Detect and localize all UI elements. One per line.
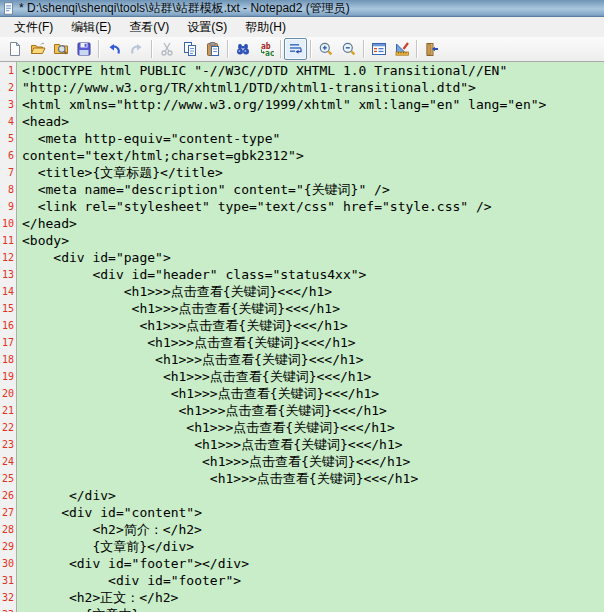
editor-line[interactable]: 17 <h1>>>点击查看{关键词}<<</h1> bbox=[0, 334, 604, 351]
code-text[interactable]: <h1>>>点击查看{关键词}<<</h1> bbox=[17, 453, 410, 470]
menu-settings[interactable]: 设置(S) bbox=[178, 17, 236, 38]
customize-schemes-button[interactable] bbox=[390, 38, 413, 60]
editor-line[interactable]: 27 <div id="content"> bbox=[0, 504, 604, 521]
editor-line[interactable]: 19 <h1>>>点击查看{关键词}<<</h1> bbox=[0, 368, 604, 385]
code-text[interactable]: <title>{文章标题}</title> bbox=[17, 164, 223, 181]
editor-line[interactable]: 30 <div id="footer"></div> bbox=[0, 555, 604, 572]
editor-line[interactable]: 3<html xmlns="http://www.w3.org/1999/xht… bbox=[0, 96, 604, 113]
title-bar[interactable]: * D:\shenqi\shenqi\tools\站群\站群模板.txt - N… bbox=[0, 0, 604, 17]
code-text[interactable]: content="text/html;charset=gbk2312"> bbox=[17, 147, 304, 164]
editor-line[interactable]: 31 <div id="footer"> bbox=[0, 572, 604, 589]
code-text[interactable]: </head> bbox=[17, 215, 77, 232]
line-number: 15 bbox=[0, 300, 17, 317]
code-text[interactable]: <div id="footer"> bbox=[17, 572, 241, 589]
line-number: 8 bbox=[0, 181, 17, 198]
editor-line[interactable]: 8 <meta name="description" content="{关键词… bbox=[0, 181, 604, 198]
menu-help[interactable]: 帮助(H) bbox=[236, 17, 295, 38]
code-text[interactable]: <head> bbox=[17, 113, 69, 130]
editor-line[interactable]: 5 <meta http-equiv="content-type" bbox=[0, 130, 604, 147]
code-text[interactable]: <html xmlns="http://www.w3.org/1999/xhtm… bbox=[17, 96, 546, 113]
code-text[interactable]: <body> bbox=[17, 232, 69, 249]
find-button[interactable] bbox=[231, 38, 254, 60]
exit-button[interactable] bbox=[420, 38, 443, 60]
code-text[interactable]: <div id="content"> bbox=[17, 504, 202, 521]
code-text[interactable]: <h1>>>点击查看{关键词}<<</h1> bbox=[17, 385, 379, 402]
code-text[interactable]: <h1>>>点击查看{关键词}<<</h1> bbox=[17, 402, 387, 419]
editor-line[interactable]: 12 <div id="page"> bbox=[0, 249, 604, 266]
editor-line[interactable]: 18 <h1>>>点击查看{关键词}<<</h1> bbox=[0, 351, 604, 368]
editor-line[interactable]: 33 {文章中} bbox=[0, 606, 604, 612]
editor-line[interactable]: 26 </div> bbox=[0, 487, 604, 504]
editor-line[interactable]: 22 <h1>>>点击查看{关键词}<<</h1> bbox=[0, 419, 604, 436]
editor-line[interactable]: 10</head> bbox=[0, 215, 604, 232]
editor-line[interactable]: 29 {文章前}</div> bbox=[0, 538, 604, 555]
code-text[interactable]: {文章前}</div> bbox=[17, 538, 194, 555]
code-text[interactable]: <h1>>>点击查看{关键词}<<</h1> bbox=[17, 419, 395, 436]
code-text[interactable]: </div> bbox=[17, 487, 116, 504]
code-text[interactable]: <div id="page"> bbox=[17, 249, 171, 266]
code-text[interactable]: <meta http-equiv="content-type" bbox=[17, 130, 280, 147]
editor-line[interactable]: 4<head> bbox=[0, 113, 604, 130]
code-text[interactable]: "http://www.w3.org/TR/xhtml1/DTD/xhtml1-… bbox=[17, 79, 476, 96]
redo-button[interactable] bbox=[125, 38, 148, 60]
code-text[interactable]: <h1>>>点击查看{关键词}<<</h1> bbox=[17, 300, 340, 317]
code-text[interactable]: <h1>>>点击查看{关键词}<<</h1> bbox=[17, 351, 363, 368]
toolbar: ab ac bbox=[0, 37, 604, 62]
editor-line[interactable]: 21 <h1>>>点击查看{关键词}<<</h1> bbox=[0, 402, 604, 419]
editor-line[interactable]: 16 <h1>>>点击查看{关键词}<<</h1> bbox=[0, 317, 604, 334]
code-text[interactable]: <h1>>>点击查看{关键词}<<</h1> bbox=[17, 470, 418, 487]
editor-line[interactable]: 6content="text/html;charset=gbk2312"> bbox=[0, 147, 604, 164]
code-text[interactable]: <h1>>>点击查看{关键词}<<</h1> bbox=[17, 334, 356, 351]
menu-view[interactable]: 查看(V) bbox=[120, 17, 178, 38]
code-text[interactable]: {文章中} bbox=[17, 606, 139, 612]
editor-line[interactable]: 11<body> bbox=[0, 232, 604, 249]
code-text[interactable]: <h1>>>点击查看{关键词}<<</h1> bbox=[17, 436, 403, 453]
code-text[interactable]: <h1>>>点击查看{关键词}<<</h1> bbox=[17, 317, 348, 334]
code-text[interactable]: <h1>>>点击查看{关键词}<<</h1> bbox=[17, 368, 371, 385]
editor-line[interactable]: 24 <h1>>>点击查看{关键词}<<</h1> bbox=[0, 453, 604, 470]
cut-icon bbox=[159, 41, 175, 57]
code-text[interactable]: <h2>简介：</h2> bbox=[17, 521, 202, 538]
new-file-button[interactable] bbox=[3, 38, 26, 60]
zoom-out-button[interactable] bbox=[337, 38, 360, 60]
toolbar-separator bbox=[310, 40, 311, 58]
undo-button[interactable] bbox=[102, 38, 125, 60]
line-number: 16 bbox=[0, 317, 17, 334]
editor-line[interactable]: 13 <div id="header" class="status4xx"> bbox=[0, 266, 604, 283]
cut-button[interactable] bbox=[155, 38, 178, 60]
word-wrap-button[interactable] bbox=[284, 38, 307, 60]
editor-line[interactable]: 23 <h1>>>点击查看{关键词}<<</h1> bbox=[0, 436, 604, 453]
code-text[interactable]: <meta name="description" content="{关键词}"… bbox=[17, 181, 390, 198]
line-number: 6 bbox=[0, 147, 17, 164]
replace-button[interactable]: ab ac bbox=[254, 38, 277, 60]
code-text[interactable]: <div id="footer"></div> bbox=[17, 555, 249, 572]
menu-edit[interactable]: 编辑(E) bbox=[62, 17, 120, 38]
code-text[interactable]: <h2>正文：</h2> bbox=[17, 589, 178, 606]
editor-line[interactable]: 2"http://www.w3.org/TR/xhtml1/DTD/xhtml1… bbox=[0, 79, 604, 96]
open-file-button[interactable] bbox=[26, 38, 49, 60]
display-settings-button[interactable] bbox=[367, 38, 390, 60]
editor-line[interactable]: 1<!DOCTYPE html PUBLIC "-//W3C//DTD XHTM… bbox=[0, 62, 604, 79]
editor-line[interactable]: 20 <h1>>>点击查看{关键词}<<</h1> bbox=[0, 385, 604, 402]
code-text[interactable]: <!DOCTYPE html PUBLIC "-//W3C//DTD XHTML… bbox=[17, 62, 507, 79]
text-editor[interactable]: 1<!DOCTYPE html PUBLIC "-//W3C//DTD XHTM… bbox=[0, 62, 604, 612]
line-number: 10 bbox=[0, 215, 17, 232]
editor-line[interactable]: 28 <h2>简介：</h2> bbox=[0, 521, 604, 538]
code-text[interactable]: <div id="header" class="status4xx"> bbox=[17, 266, 366, 283]
editor-line[interactable]: 32 <h2>正文：</h2> bbox=[0, 589, 604, 606]
zoom-in-button[interactable] bbox=[314, 38, 337, 60]
code-text[interactable]: <link rel="stylesheet" type="text/css" h… bbox=[17, 198, 492, 215]
menu-file[interactable]: 文件(F) bbox=[5, 17, 62, 38]
editor-line[interactable]: 14 <h1>>>点击查看{关键词}<<</h1> bbox=[0, 283, 604, 300]
paste-button[interactable] bbox=[201, 38, 224, 60]
line-number: 33 bbox=[0, 606, 17, 612]
line-number: 11 bbox=[0, 232, 17, 249]
code-text[interactable]: <h1>>>点击查看{关键词}<<</h1> bbox=[17, 283, 332, 300]
copy-button[interactable] bbox=[178, 38, 201, 60]
editor-line[interactable]: 9 <link rel="stylesheet" type="text/css"… bbox=[0, 198, 604, 215]
editor-line[interactable]: 25 <h1>>>点击查看{关键词}<<</h1> bbox=[0, 470, 604, 487]
browse-file-button[interactable] bbox=[49, 38, 72, 60]
editor-line[interactable]: 7 <title>{文章标题}</title> bbox=[0, 164, 604, 181]
editor-line[interactable]: 15 <h1>>>点击查看{关键词}<<</h1> bbox=[0, 300, 604, 317]
save-button[interactable] bbox=[72, 38, 95, 60]
